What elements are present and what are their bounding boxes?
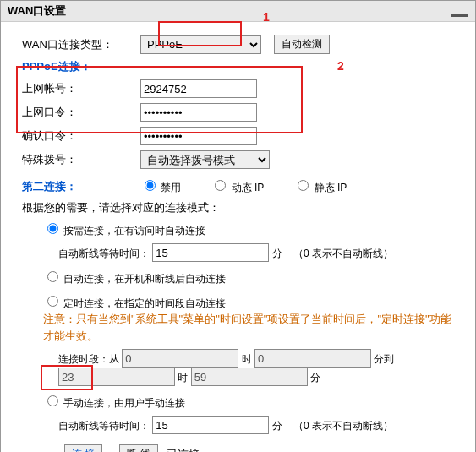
pppoe-section-title: PPPoE连接： xyxy=(22,59,454,74)
titlebar: WAN口设置 xyxy=(1,1,475,22)
ondemand-wait-input[interactable] xyxy=(152,243,269,262)
mode-auto: 自动连接，在开机和断线后自动连接 xyxy=(43,269,454,286)
to-min-input xyxy=(191,368,308,386)
mode-manual: 手动连接，由用户手动连接 自动断线等待时间： 分 （0 表示不自动断线） xyxy=(43,393,454,434)
account-input[interactable] xyxy=(140,79,257,98)
scheduled-option[interactable]: 定时连接，在指定的时间段自动连接 xyxy=(43,297,226,309)
radio-auto[interactable] xyxy=(47,271,58,282)
window-title: WAN口设置 xyxy=(8,3,66,19)
dialmode-select[interactable]: 自动选择拨号模式 xyxy=(140,150,270,169)
schedule-period-row: 连接时段：从 时 分到 时 分 xyxy=(58,349,454,386)
connect-button[interactable]: 连 接 xyxy=(64,444,102,452)
minimize-icon[interactable] xyxy=(451,14,468,17)
password-row: 上网口令： xyxy=(22,103,454,122)
radio-disable[interactable] xyxy=(145,180,156,191)
password-label: 上网口令： xyxy=(22,105,140,120)
second-connection-row: 第二连接： 禁用 动态 IP 静态 IP xyxy=(22,177,454,195)
manual-option[interactable]: 手动连接，由用户手动连接 xyxy=(43,397,185,409)
radio-manual[interactable] xyxy=(47,395,58,406)
mode-intro: 根据您的需要，请选择对应的连接模式： xyxy=(22,200,454,215)
second-connection-label: 第二连接： xyxy=(22,179,140,194)
wan-type-label: WAN口连接类型： xyxy=(22,37,140,52)
confirm-row: 确认口令： xyxy=(22,127,454,145)
wan-settings-window: WAN口设置 1 2 3 WAN口连接类型： PPPoE 自动检测 PPPoE连… xyxy=(0,0,476,452)
second-disable-option[interactable]: 禁用 xyxy=(140,177,181,195)
from-min-input xyxy=(254,349,371,368)
dialmode-label: 特殊拨号： xyxy=(22,152,140,167)
autodetect-button[interactable]: 自动检测 xyxy=(274,35,330,54)
disconnect-button[interactable]: 断 线 xyxy=(119,444,157,452)
schedule-note: 注意：只有当您到"系统工具"菜单的"时间设置"项设置了当前时间后，"定时连接"功… xyxy=(43,311,454,344)
account-row: 上网帐号： xyxy=(22,79,454,98)
auto-option[interactable]: 自动连接，在开机和断线后自动连接 xyxy=(43,273,226,285)
annot-box-2 xyxy=(16,66,303,133)
second-static-option[interactable]: 静态 IP xyxy=(293,177,347,195)
radio-ondemand[interactable] xyxy=(47,223,58,234)
ondemand-wait-row: 自动断线等待时间： 分 （0 表示不自动断线） xyxy=(58,243,454,262)
from-hour-input xyxy=(122,349,238,368)
confirm-input[interactable] xyxy=(140,127,257,145)
mode-ondemand: 按需连接，在有访问时自动连接 自动断线等待时间： 分 （0 表示不自动断线） xyxy=(43,221,454,262)
wan-type-select[interactable]: PPPoE xyxy=(140,35,261,54)
dialmode-row: 特殊拨号： 自动选择拨号模式 xyxy=(22,150,454,169)
radio-scheduled[interactable] xyxy=(47,296,58,307)
radio-dynamic[interactable] xyxy=(215,180,226,191)
password-input[interactable] xyxy=(140,103,257,122)
annot-num-1: 1 xyxy=(263,10,270,24)
to-hour-input xyxy=(58,368,175,386)
ondemand-option[interactable]: 按需连接，在有访问时自动连接 xyxy=(43,225,205,237)
manual-wait-input[interactable] xyxy=(152,416,269,434)
manual-wait-row: 自动断线等待时间： 分 （0 表示不自动断线） xyxy=(58,416,454,434)
connect-row: 连 接 断 线 已连接 xyxy=(64,444,454,452)
mode-scheduled: 定时连接，在指定的时间段自动连接 xyxy=(43,293,454,311)
second-dynamic-option[interactable]: 动态 IP xyxy=(211,177,264,195)
radio-static[interactable] xyxy=(298,180,309,191)
confirm-label: 确认口令： xyxy=(22,128,140,144)
account-label: 上网帐号： xyxy=(22,81,140,96)
wan-type-row: WAN口连接类型： PPPoE 自动检测 xyxy=(22,35,454,54)
connection-status: 已连接 xyxy=(167,447,200,453)
annot-num-2: 2 xyxy=(337,59,344,73)
